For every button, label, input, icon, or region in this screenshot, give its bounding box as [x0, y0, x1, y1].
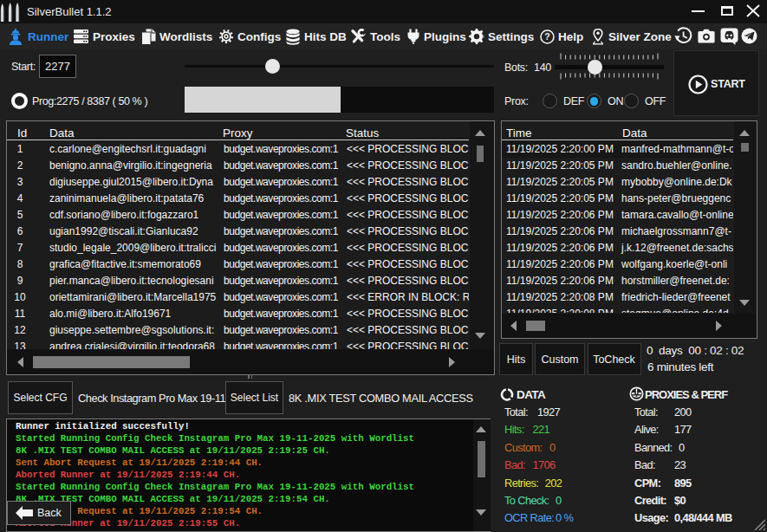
svg-text:?: ?: [544, 31, 549, 42]
